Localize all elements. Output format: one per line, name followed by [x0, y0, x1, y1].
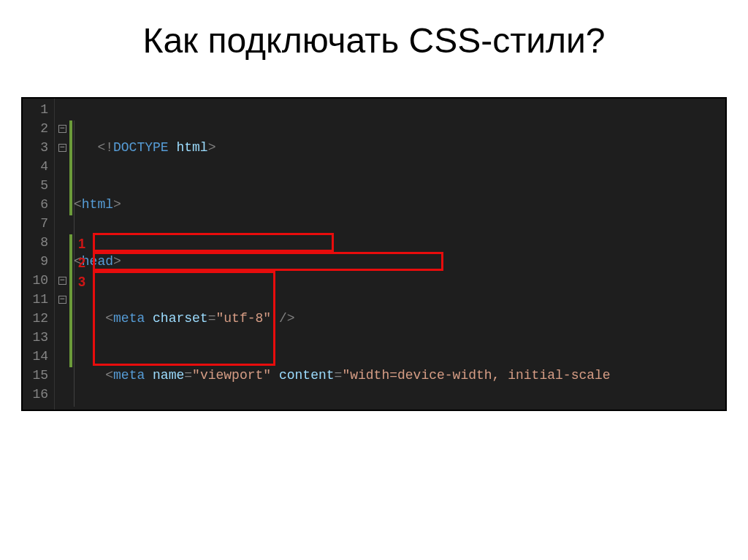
code-line: <html>	[74, 195, 725, 214]
code-area[interactable]: <!DOCTYPE html> <html> <head> <meta char…	[69, 99, 725, 410]
fold-marker	[55, 366, 69, 385]
annotation-marker-2: 2	[78, 253, 85, 272]
t: >	[208, 140, 216, 155]
line-number: 3	[23, 138, 48, 157]
t	[271, 368, 279, 383]
line-number: 8	[23, 233, 48, 252]
fold-marker	[55, 233, 69, 252]
code-line: <meta charset="utf-8" />	[74, 309, 725, 328]
code-editor[interactable]: 1 2 3 4 5 6 7 8 9 10 11 12 13 14 15 16	[23, 99, 725, 410]
t: content	[279, 368, 335, 383]
line-number: 2	[23, 119, 48, 138]
line-number: 14	[23, 347, 48, 366]
t: "viewport"	[192, 368, 271, 383]
slide-title: Как подключать CSS-стили?	[142, 20, 605, 61]
t: name	[153, 368, 184, 383]
t: head	[82, 254, 113, 269]
fold-marker	[55, 195, 69, 214]
t	[169, 140, 177, 155]
t: DOCTYPE	[113, 140, 169, 155]
fold-marker	[55, 214, 69, 233]
line-number: 15	[23, 366, 48, 385]
fold-column	[55, 99, 69, 410]
t: charset	[153, 311, 208, 326]
t	[145, 368, 153, 383]
code-editor-frame: 1 2 3 4 5 6 7 8 9 10 11 12 13 14 15 16	[21, 97, 727, 411]
line-number: 1	[23, 100, 48, 119]
fold-collapse-icon[interactable]	[55, 119, 69, 138]
t	[145, 311, 153, 326]
t: "utf-8"	[216, 311, 272, 326]
t: >	[113, 254, 121, 269]
t: =	[208, 311, 216, 326]
line-number: 9	[23, 252, 48, 271]
t: html	[176, 140, 207, 155]
t: <	[74, 197, 82, 212]
fold-marker	[55, 157, 69, 176]
line-number-gutter: 1 2 3 4 5 6 7 8 9 10 11 12 13 14 15 16	[23, 99, 55, 410]
line-number: 7	[23, 214, 48, 233]
annotation-marker-3: 3	[78, 272, 85, 291]
t: meta	[113, 311, 145, 326]
fold-collapse-icon[interactable]	[55, 271, 69, 290]
t: meta	[113, 368, 145, 383]
fold-marker	[55, 385, 69, 404]
t: =	[335, 368, 343, 383]
line-number: 4	[23, 157, 48, 176]
t: html	[82, 197, 113, 212]
fold-marker	[55, 328, 69, 347]
fold-marker	[55, 347, 69, 366]
slide: Как подключать CSS-стили? 1 2 3 4 5 6 7 …	[0, 0, 748, 560]
t: "width=device-width, initial-scale	[342, 368, 610, 383]
line-number: 13	[23, 328, 48, 347]
t: <	[105, 311, 113, 326]
fold-marker	[55, 309, 69, 328]
code-line: <head>	[74, 252, 725, 271]
annotation-marker-1: 1	[78, 234, 85, 253]
code-line: <!DOCTYPE html>	[74, 138, 725, 157]
line-number: 10	[23, 271, 48, 290]
t: <	[105, 368, 113, 383]
t: />	[271, 311, 294, 326]
code-line: <meta name="viewport" content="width=dev…	[74, 366, 725, 385]
line-number: 5	[23, 176, 48, 195]
line-number: 12	[23, 309, 48, 328]
fold-marker	[55, 100, 69, 119]
fold-collapse-icon[interactable]	[55, 138, 69, 157]
line-number: 11	[23, 290, 48, 309]
t: <!	[97, 140, 113, 155]
fold-marker	[55, 176, 69, 195]
fold-marker	[55, 252, 69, 271]
line-number: 16	[23, 385, 48, 404]
fold-collapse-icon[interactable]	[55, 290, 69, 309]
t: =	[184, 368, 192, 383]
t: >	[113, 197, 121, 212]
line-number: 6	[23, 195, 48, 214]
